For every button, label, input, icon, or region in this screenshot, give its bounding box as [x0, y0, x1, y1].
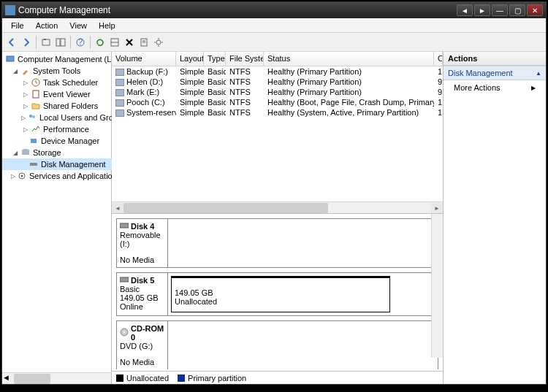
- svg-rect-14: [33, 91, 39, 98]
- tree-label: Computer Management (Local: [18, 55, 112, 64]
- window-controls: ◄ ► — ▢ ✕: [457, 4, 543, 16]
- actions-group[interactable]: Disk Management ▲: [444, 66, 546, 80]
- tree-local-users[interactable]: ▷Local Users and Groups: [2, 112, 112, 123]
- svg-rect-17: [31, 139, 37, 143]
- scroll-left-icon[interactable]: ◄: [112, 203, 123, 213]
- tree-task-scheduler[interactable]: ▷Task Scheduler: [2, 77, 112, 88]
- settings-icon[interactable]: [152, 36, 165, 49]
- properties-icon[interactable]: [137, 36, 151, 49]
- nav-scrollbar[interactable]: ◄►: [2, 372, 111, 384]
- show-hide-tree-icon[interactable]: [54, 36, 67, 49]
- col-layout[interactable]: Layout: [176, 52, 204, 66]
- disk-vscrollbar[interactable]: [431, 214, 443, 358]
- tree-device-manager[interactable]: Device Manager: [2, 135, 112, 147]
- disk-4-body: [168, 219, 438, 267]
- separator: [90, 36, 91, 49]
- expand-icon[interactable]: ▷: [21, 126, 29, 134]
- refresh-icon[interactable]: [94, 36, 107, 49]
- navigation-tree[interactable]: Computer Management (Local ◢System Tools…: [2, 52, 112, 372]
- legend-unallocated-label: Unallocated: [126, 374, 169, 383]
- menu-file[interactable]: File: [5, 20, 30, 31]
- tree-root[interactable]: Computer Management (Local: [2, 53, 112, 65]
- collapse-icon[interactable]: ◢: [11, 149, 19, 157]
- window-title: Computer Management: [18, 5, 457, 15]
- disk-type: DVD (G:): [120, 342, 164, 350]
- tree-storage[interactable]: ◢Storage: [2, 147, 112, 158]
- tree-label: Shared Folders: [43, 101, 98, 110]
- up-icon[interactable]: [39, 36, 53, 49]
- col-volume[interactable]: Volume: [112, 52, 176, 66]
- tree-system-tools[interactable]: ◢System Tools: [2, 65, 112, 77]
- col-filesystem[interactable]: File System: [226, 52, 264, 66]
- back-icon[interactable]: [5, 36, 18, 49]
- help-icon[interactable]: ?: [74, 36, 87, 49]
- disk-type: Removable (I:): [120, 231, 164, 248]
- expand-icon[interactable]: ▷: [21, 114, 26, 122]
- disk-media: No Media: [120, 255, 164, 264]
- col-type[interactable]: Type: [204, 52, 226, 66]
- expand-icon[interactable]: ▷: [11, 172, 15, 180]
- delete-icon[interactable]: [123, 36, 136, 49]
- col-status[interactable]: Status: [264, 52, 434, 66]
- volume-row[interactable]: Backup (F:)SimpleBasicNTFSHealthy (Prima…: [112, 66, 443, 77]
- disk-5-header: Disk 5 Basic 149.05 GB Online: [117, 273, 168, 315]
- svg-rect-20: [30, 163, 37, 166]
- next-button[interactable]: ►: [474, 4, 490, 16]
- toolbar: ?: [2, 33, 546, 52]
- cdrom-0-block[interactable]: CD-ROM 0 DVD (G:) No Media: [116, 320, 438, 369]
- disk-4-header: Disk 4 Removable (I:) No Media: [117, 219, 168, 267]
- partition-size: 149.05 GB: [175, 288, 387, 297]
- cdrom-icon: [120, 328, 129, 338]
- clock-icon: [31, 77, 41, 88]
- menu-action[interactable]: Action: [30, 20, 64, 31]
- cell-volume: Pooch (C:): [112, 98, 176, 107]
- disk-icon: [120, 222, 129, 231]
- volume-row[interactable]: Pooch (C:)SimpleBasicNTFSHealthy (Boot, …: [112, 97, 443, 107]
- collapse-icon[interactable]: ◢: [11, 67, 19, 75]
- disk-icon: [120, 276, 129, 285]
- scroll-right-icon[interactable]: ►: [431, 203, 443, 213]
- action-more-label: More Actions: [454, 83, 501, 92]
- menu-view[interactable]: View: [64, 20, 93, 31]
- volume-list-pane: Volume Layout Type File System Status C …: [112, 52, 443, 214]
- volume-scrollbar[interactable]: ◄ ►: [112, 201, 443, 213]
- volume-row[interactable]: Mark (E:)SimpleBasicNTFSHealthy (Primary…: [112, 87, 443, 97]
- partition-unallocated[interactable]: 149.05 GB Unallocated: [171, 276, 390, 312]
- tree-disk-management[interactable]: Disk Management: [2, 158, 112, 170]
- maximize-button[interactable]: ▢: [509, 4, 525, 16]
- tree-services[interactable]: ▷Services and Applications: [2, 170, 112, 182]
- svg-point-15: [29, 115, 32, 118]
- menu-help[interactable]: Help: [93, 20, 121, 31]
- volume-row[interactable]: Helen (D:)SimpleBasicNTFSHealthy (Primar…: [112, 77, 443, 87]
- partition-state: Unallocated: [175, 297, 387, 306]
- disk-4-block[interactable]: Disk 4 Removable (I:) No Media: [116, 218, 438, 268]
- tree-shared-folders[interactable]: ▷Shared Folders: [2, 100, 112, 112]
- expand-icon[interactable]: ▷: [21, 91, 29, 99]
- title-bar[interactable]: Computer Management ◄ ► — ▢ ✕: [2, 2, 546, 18]
- cell-capacity: 9: [434, 77, 443, 86]
- tree-event-viewer[interactable]: ▷Event Viewer: [2, 88, 112, 100]
- col-capacity[interactable]: C: [434, 52, 443, 66]
- minimize-button[interactable]: —: [492, 4, 508, 16]
- scroll-thumb[interactable]: [123, 203, 328, 213]
- close-button[interactable]: ✕: [527, 4, 543, 16]
- volume-icon: [115, 89, 124, 96]
- disk-graphical-pane[interactable]: Disk 4 Removable (I:) No Media Disk 5 Ba…: [112, 214, 443, 371]
- action-more[interactable]: More Actions ▶: [444, 80, 546, 95]
- rescan-icon[interactable]: [108, 36, 121, 49]
- cell-status: Healthy (Primary Partition): [264, 88, 434, 96]
- disk-5-body: 149.05 GB Unallocated: [168, 273, 438, 315]
- volume-rows[interactable]: Backup (F:)SimpleBasicNTFSHealthy (Prima…: [112, 66, 443, 201]
- expand-icon[interactable]: ▷: [21, 102, 29, 110]
- volume-row[interactable]: System-reserviertSimpleBasicNTFSHealthy …: [112, 107, 443, 118]
- cell-layout: Simple: [176, 67, 204, 76]
- svg-rect-0: [42, 39, 50, 45]
- main-body: Computer Management (Local ◢System Tools…: [2, 52, 546, 384]
- forward-icon[interactable]: [20, 36, 33, 49]
- tree-performance[interactable]: ▷Performance: [2, 123, 112, 135]
- scroll-thumb[interactable]: [14, 374, 50, 384]
- expand-icon[interactable]: ▷: [21, 79, 29, 87]
- svg-point-16: [32, 115, 35, 118]
- disk-5-block[interactable]: Disk 5 Basic 149.05 GB Online 149.05 GB …: [116, 272, 438, 316]
- prev-button[interactable]: ◄: [457, 4, 473, 16]
